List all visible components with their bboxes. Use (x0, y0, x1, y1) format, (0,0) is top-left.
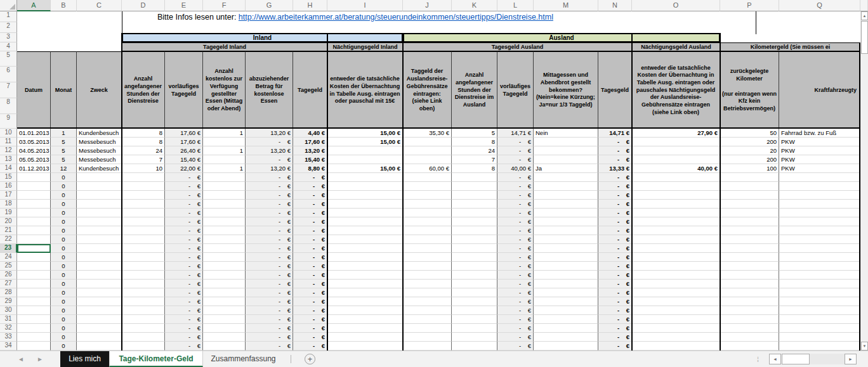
header-N[interactable]: Tagesgeld (598, 51, 632, 129)
cell-K15[interactable] (452, 173, 497, 182)
cell-L19[interactable]: - € (497, 209, 534, 217)
row-header-19[interactable]: 19 (0, 209, 17, 217)
cell-I10[interactable]: 15,00 € (327, 129, 403, 138)
cell-E31[interactable]: - € (165, 315, 203, 324)
cell-J33[interactable] (403, 333, 452, 342)
cell-A20[interactable] (17, 217, 51, 226)
cell-L25[interactable]: - € (497, 262, 534, 271)
tab-zusammenfassung[interactable]: Zusammenfassung (203, 351, 284, 367)
cell-M11[interactable] (534, 138, 598, 146)
cell-G16[interactable]: - € (246, 182, 293, 191)
cell-B33[interactable]: 0 (51, 333, 77, 342)
cell-A18[interactable] (17, 200, 51, 209)
band-inland[interactable]: Inland (122, 33, 403, 42)
col-header-Q[interactable]: Q (779, 0, 860, 11)
cell-F11[interactable] (203, 138, 246, 146)
cell-L15[interactable]: - € (497, 173, 534, 182)
cell-I18[interactable] (327, 200, 403, 209)
cell-H31[interactable]: - € (293, 315, 327, 324)
cell-K26[interactable] (452, 271, 497, 280)
cell-J31[interactable] (403, 315, 452, 324)
cell-H18[interactable]: - € (293, 200, 327, 209)
cell-L21[interactable]: - € (497, 226, 534, 235)
cell-F17[interactable] (203, 191, 246, 200)
cell-A27[interactable] (17, 280, 51, 288)
col-header-G[interactable]: G (246, 0, 293, 11)
row-header-15[interactable]: 15 (0, 173, 17, 182)
cell-N17[interactable]: - € (598, 191, 632, 200)
cell-B26[interactable]: 0 (51, 271, 77, 280)
cell-E11[interactable]: 17,60 € (165, 138, 203, 146)
cell-N14[interactable]: 13,33 € (598, 164, 632, 173)
cell-D16[interactable] (122, 182, 165, 191)
row-header-12[interactable]: 12 (0, 146, 17, 155)
cell-A14[interactable]: 01.12.2013 (17, 164, 51, 173)
cell-Q18[interactable] (779, 200, 860, 209)
cell-M29[interactable] (534, 297, 598, 306)
cell-I15[interactable] (327, 173, 403, 182)
group-header-2[interactable]: Tagesgeld Ausland (403, 42, 632, 51)
group-header-0[interactable]: Tagegeld Inland (122, 42, 327, 51)
header-Q[interactable]: Kraftfahrzeugty (779, 51, 860, 129)
cell-E17[interactable]: - € (165, 191, 203, 200)
group-header-1[interactable]: Nächtigungsgeld Inland (327, 42, 403, 51)
cell-Q15[interactable] (779, 173, 860, 182)
cell-L30[interactable]: - € (497, 306, 534, 315)
cell-C15[interactable] (77, 173, 122, 182)
cell-N23[interactable]: - € (598, 244, 632, 253)
cell-K28[interactable] (452, 288, 497, 297)
cell-C11[interactable]: Messebesuch (77, 138, 122, 146)
cell-Q32[interactable] (779, 324, 860, 333)
cell-P32[interactable] (720, 324, 779, 333)
row-header-25[interactable]: 25 (0, 262, 17, 271)
col-header-P[interactable]: P (720, 0, 779, 11)
cell-Q23[interactable] (779, 244, 860, 253)
cell-B23[interactable]: 0 (51, 244, 77, 253)
cell-M20[interactable] (534, 217, 598, 226)
cell-D21[interactable] (122, 226, 165, 235)
cell-B31[interactable]: 0 (51, 315, 77, 324)
cell-E10[interactable]: 17,60 € (165, 129, 203, 138)
cell-K20[interactable] (452, 217, 497, 226)
cell-Q11[interactable]: PKW (779, 138, 860, 146)
cell-O13[interactable] (632, 155, 720, 164)
row-header-34[interactable]: 34 (0, 342, 17, 351)
header-C[interactable]: Zweck (77, 51, 122, 129)
cell-E18[interactable]: - € (165, 200, 203, 209)
cell-C33[interactable] (77, 333, 122, 342)
col-header-D[interactable]: D (122, 0, 165, 11)
cell-B17[interactable]: 0 (51, 191, 77, 200)
cell-O33[interactable] (632, 333, 720, 342)
cell-N31[interactable]: - € (598, 315, 632, 324)
cell-J34[interactable] (403, 342, 452, 351)
cell-H26[interactable]: - € (293, 271, 327, 280)
cell-P25[interactable] (720, 262, 779, 271)
tab-lies-mich[interactable]: Lies mich (60, 351, 109, 367)
cell-E20[interactable]: - € (165, 217, 203, 226)
cell-G29[interactable]: - € (246, 297, 293, 306)
cell-N16[interactable]: - € (598, 182, 632, 191)
cell-B21[interactable]: 0 (51, 226, 77, 235)
row-header-27[interactable]: 27 (0, 280, 17, 288)
cell-I14[interactable]: 15,00 € (327, 164, 403, 173)
hscroll-left-icon[interactable]: ◄ (769, 354, 781, 364)
cell-C10[interactable]: Kundenbesuch (77, 129, 122, 138)
cell-I13[interactable] (327, 155, 403, 164)
row-header-2[interactable]: 2 (0, 22, 17, 33)
sheet-nav-right-icon[interactable]: ► (37, 351, 43, 367)
row-header-9[interactable]: 9 (0, 114, 17, 129)
cell-M14[interactable]: Ja (534, 164, 598, 173)
cell-A28[interactable] (17, 288, 51, 297)
cell-O22[interactable] (632, 235, 720, 244)
cell-E22[interactable]: - € (165, 235, 203, 244)
cell-A29[interactable] (17, 297, 51, 306)
horizontal-scrollbar[interactable]: ◄ ► (769, 354, 857, 364)
cell-L33[interactable]: - € (497, 333, 534, 342)
cell-O29[interactable] (632, 297, 720, 306)
cell-J23[interactable] (403, 244, 452, 253)
cell-A16[interactable] (17, 182, 51, 191)
cell-K33[interactable] (452, 333, 497, 342)
cell-H34[interactable]: - € (293, 342, 327, 351)
cell-E29[interactable]: - € (165, 297, 203, 306)
cell-C23[interactable] (77, 244, 122, 253)
